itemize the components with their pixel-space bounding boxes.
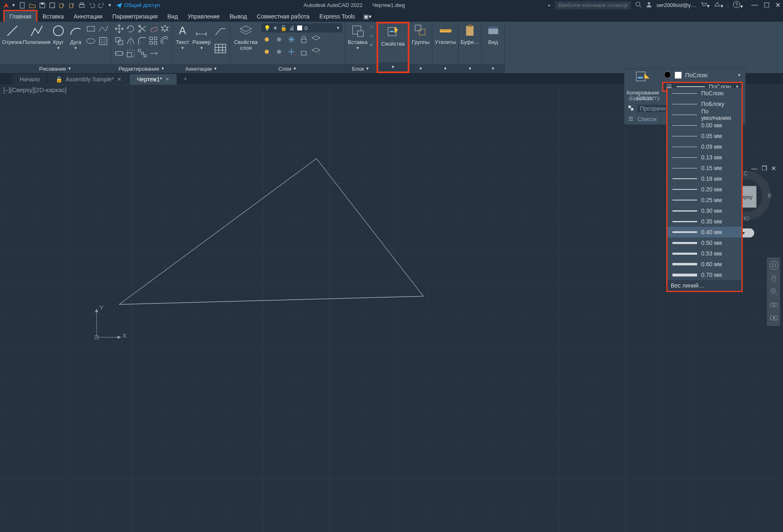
layon-icon[interactable] bbox=[261, 46, 272, 57]
laymcur-icon[interactable] bbox=[298, 46, 309, 57]
tab-collaborate[interactable]: Совместная работа bbox=[252, 11, 314, 22]
help-icon[interactable]: ?▾ bbox=[733, 1, 743, 9]
layiso-icon[interactable] bbox=[274, 34, 284, 45]
rect-icon[interactable] bbox=[85, 23, 96, 34]
tab-insert[interactable]: Вставка bbox=[37, 11, 69, 22]
scale-icon[interactable] bbox=[125, 48, 136, 59]
tab-output[interactable]: Вывод bbox=[225, 11, 252, 22]
lineweight-option[interactable]: 0.05 мм bbox=[668, 131, 741, 141]
edit-attr-icon[interactable]: A bbox=[370, 41, 374, 49]
panel-block-label[interactable]: Блок▼ bbox=[345, 64, 376, 73]
fillet-icon[interactable] bbox=[137, 36, 148, 46]
search-arrow-icon[interactable]: ▸ bbox=[548, 2, 551, 8]
panel-properties[interactable]: Свойства ▼ bbox=[376, 22, 409, 73]
groups-button[interactable]: Группы bbox=[412, 23, 430, 45]
tab-home[interactable]: Главная bbox=[3, 10, 37, 22]
lineweight-option[interactable]: 0.50 мм bbox=[668, 237, 741, 248]
laythw-icon[interactable] bbox=[274, 46, 284, 57]
circle-button[interactable]: Круг▼ bbox=[51, 23, 66, 51]
text-button[interactable]: A Текст▼ bbox=[175, 23, 190, 57]
layer-props-button[interactable]: Свойства слоя bbox=[233, 23, 259, 51]
offset-icon[interactable] bbox=[160, 36, 171, 46]
laylck-icon[interactable] bbox=[298, 34, 309, 45]
fullnav-icon[interactable] bbox=[769, 260, 779, 271]
showmotion-icon[interactable] bbox=[769, 313, 779, 323]
openweb-icon[interactable] bbox=[58, 2, 66, 9]
drawing-area[interactable]: [–][Сверху][2D-каркас] Y X — ❐ ✕ С В Ю З… bbox=[0, 85, 783, 532]
file-tab-sample[interactable]: 🔒 Assembly Sample* ✕ bbox=[48, 74, 129, 85]
panel-utilities-label[interactable]: ▼ bbox=[432, 64, 458, 73]
laycur-icon[interactable] bbox=[311, 46, 321, 57]
insert-block-button[interactable]: Вставка▼ bbox=[348, 23, 367, 51]
lineweight-option[interactable]: 0.60 мм bbox=[668, 259, 741, 269]
lineweight-option[interactable]: 0.13 мм bbox=[668, 152, 741, 163]
lineweight-option[interactable]: ПоСлою bbox=[668, 88, 741, 99]
tab-view[interactable]: Вид bbox=[162, 11, 182, 22]
save-icon[interactable] bbox=[39, 2, 46, 9]
maximize-icon[interactable]: ☐ bbox=[764, 1, 769, 9]
lineweight-option[interactable]: 0.30 мм bbox=[668, 205, 741, 216]
lineweight-option[interactable]: 0.15 мм bbox=[668, 163, 741, 173]
user-icon[interactable] bbox=[646, 1, 652, 9]
create-block-icon[interactable] bbox=[370, 23, 374, 31]
tab-manage[interactable]: Управление bbox=[183, 11, 225, 22]
lineweight-option[interactable]: 0.25 мм bbox=[668, 195, 741, 205]
lineweight-option[interactable]: 0.53 мм bbox=[668, 248, 741, 259]
edit-block-icon[interactable] bbox=[370, 32, 374, 40]
line-button[interactable]: Отрезок bbox=[2, 23, 22, 51]
redo-icon[interactable] bbox=[98, 2, 105, 9]
saveweb-icon[interactable] bbox=[68, 2, 76, 9]
lineweight-option[interactable]: 0.35 мм bbox=[668, 216, 741, 227]
undo-icon[interactable] bbox=[88, 2, 95, 9]
panel-properties-label[interactable]: ▼ bbox=[378, 62, 408, 71]
laymatch-icon[interactable] bbox=[311, 34, 321, 45]
tab-close-icon[interactable]: ✕ bbox=[117, 76, 121, 82]
search-icon[interactable] bbox=[635, 1, 642, 9]
matchprop-icon[interactable] bbox=[635, 70, 651, 87]
erase-icon[interactable] bbox=[148, 23, 159, 34]
panel-layers-label[interactable]: Слои▼ bbox=[230, 64, 345, 73]
file-tab-active[interactable]: Чертеж1* ✕ bbox=[129, 74, 177, 85]
lineweight-option[interactable]: 0.00 мм bbox=[668, 120, 741, 131]
panel-groups-label[interactable]: ▼ bbox=[409, 64, 432, 73]
color-combo[interactable]: ПоСлою ▼ bbox=[661, 70, 744, 80]
leader-icon[interactable] bbox=[213, 23, 227, 39]
tab-overflow-icon[interactable]: ▣▾ bbox=[360, 11, 375, 22]
close-icon[interactable]: ✕ bbox=[775, 1, 781, 9]
app-logo-icon[interactable] bbox=[2, 2, 10, 9]
tab-parametric[interactable]: Параметризация bbox=[107, 11, 162, 22]
trim-icon[interactable] bbox=[137, 23, 148, 34]
view-controls[interactable]: [–][Сверху][2D-каркас] bbox=[3, 86, 67, 93]
layulk-icon[interactable] bbox=[286, 46, 297, 57]
lineweight-option[interactable]: 0.18 мм bbox=[668, 173, 741, 184]
lengthen-icon[interactable] bbox=[148, 48, 159, 59]
tab-annotate[interactable]: Аннотации bbox=[69, 11, 107, 22]
table-icon[interactable] bbox=[213, 41, 227, 56]
doc-close-icon[interactable]: ✕ bbox=[771, 165, 776, 172]
lineweight-option[interactable]: 0.20 мм bbox=[668, 184, 741, 195]
utilities-button[interactable]: Утилиты bbox=[435, 23, 456, 45]
ucs-icon[interactable]: Y X bbox=[90, 306, 123, 345]
panel-modify-label[interactable]: Редактирование▼ bbox=[111, 64, 172, 73]
properties-button[interactable]: Свойства bbox=[381, 25, 405, 47]
view-button[interactable]: Вид bbox=[484, 23, 502, 45]
spline-icon[interactable] bbox=[98, 23, 109, 34]
zoom-icon[interactable] bbox=[769, 286, 779, 297]
arc-button[interactable]: Дуга▼ bbox=[68, 23, 83, 51]
search-input[interactable] bbox=[555, 1, 631, 9]
polyline-button[interactable]: Полилиния bbox=[25, 23, 49, 51]
stretch-icon[interactable] bbox=[114, 48, 125, 59]
open-icon[interactable] bbox=[29, 2, 36, 9]
ellipse-icon[interactable] bbox=[85, 36, 96, 46]
pan-icon[interactable] bbox=[769, 273, 779, 284]
lineweight-option[interactable]: 0.40 мм bbox=[668, 227, 741, 237]
panel-clipboard-label[interactable]: ▼ bbox=[459, 64, 481, 73]
triangle-object[interactable] bbox=[99, 157, 427, 317]
layfrz-icon[interactable] bbox=[286, 34, 297, 45]
move-icon[interactable] bbox=[114, 23, 125, 34]
new-icon[interactable] bbox=[19, 2, 26, 9]
layer-current-combo[interactable]: 💡 ☀ 🔓 🖨 0 ▼ bbox=[261, 23, 342, 32]
panel-view-label[interactable]: ▼ bbox=[482, 64, 504, 73]
orbit-icon[interactable] bbox=[769, 299, 779, 310]
share-button[interactable]: Общий доступ bbox=[116, 2, 160, 9]
